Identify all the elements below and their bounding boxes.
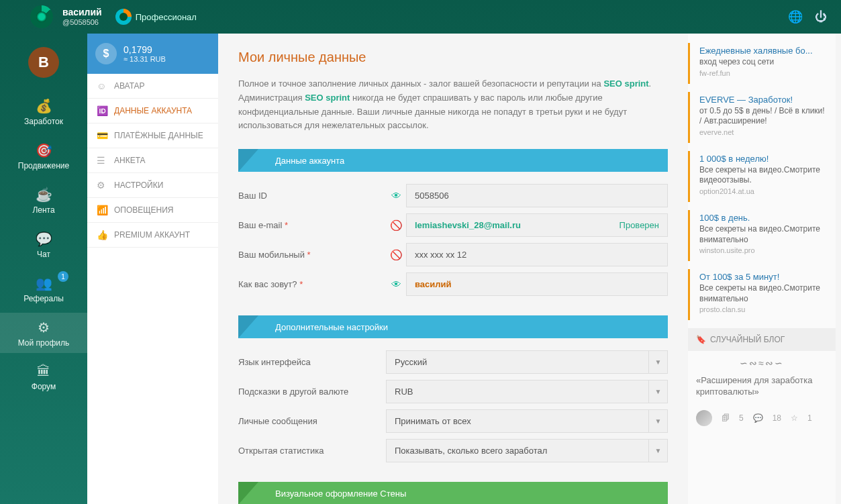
balance-main: 0,1799	[123, 44, 166, 55]
section-settings-header: Дополнительные настройки	[238, 315, 668, 338]
field-id[interactable]: 5058506	[406, 184, 668, 207]
main-panel: Мои личные данные Полное и точное заполн…	[218, 34, 688, 504]
select-stats[interactable]: Показывать, сколько всего заработал▼	[386, 439, 668, 462]
side-notifications[interactable]: 📶ОПОВЕЩЕНИЯ	[87, 198, 218, 223]
id-icon: 🆔	[97, 105, 107, 116]
settings-icon: ⚙	[97, 180, 107, 191]
label-id: Ваш ID	[238, 191, 386, 201]
nav-promo[interactable]: 🎯Продвижение	[0, 136, 87, 176]
email-status: Проверен	[620, 220, 659, 230]
nav-feed[interactable]: ☕Лента	[0, 180, 87, 220]
status-label: Профессионал	[136, 12, 197, 22]
eye-icon[interactable]: 👁	[386, 190, 406, 201]
avatar[interactable]: В	[28, 47, 59, 78]
forum-icon: 🏛	[0, 364, 87, 379]
label-email: Ваш e-mail *	[238, 220, 386, 230]
side-account-data[interactable]: 🆔ДАННЫЕ АККАУНТА	[87, 99, 218, 123]
chevron-down-icon: ▼	[648, 381, 667, 403]
blog-stats: 🗐5 💬18 ☆1	[688, 405, 836, 432]
intro-text: Полное и точное заполнение личных данных…	[238, 77, 668, 133]
balance-sub: ≈ 13.31 RUB	[123, 55, 166, 63]
row-currency: Подсказки в другой валюте RUB▼	[238, 377, 668, 407]
power-icon[interactable]: ⏻	[814, 10, 828, 23]
stat-comments-icon: 💬	[753, 413, 763, 423]
row-messages: Личные сообщения Принимать от всех▼	[238, 407, 668, 436]
field-email[interactable]: lemiashevski_28@mail.ruПроверен	[406, 213, 668, 237]
chat-icon: 💬	[0, 231, 87, 247]
eye-off-icon[interactable]: 🚫	[386, 249, 406, 261]
blog-avatar-icon[interactable]	[696, 410, 712, 426]
ad-block[interactable]: 100$ в день.Все секреты на видео.Смотрит…	[688, 210, 836, 261]
label-mobile: Ваш мобильный *	[238, 250, 386, 260]
nav-referrals[interactable]: 👥Рефералы1	[0, 268, 87, 309]
target-icon: 🎯	[0, 142, 87, 158]
label-name: Как вас зовут? *	[238, 279, 386, 289]
gear-icon: ⚙	[0, 319, 87, 336]
row-mobile: Ваш мобильный * 🚫 xxx xxx xx 12	[238, 240, 668, 270]
label-lang: Язык интерфейса	[238, 357, 386, 367]
side-settings[interactable]: ⚙НАСТРОЙКИ	[87, 173, 218, 198]
logo-icon	[30, 5, 53, 28]
dollar-icon: $	[95, 43, 117, 64]
eye-off-icon[interactable]: 🚫	[386, 219, 406, 232]
side-anketa[interactable]: ☰АНКЕТА	[87, 148, 218, 173]
nav-earn[interactable]: 💰Заработок	[0, 91, 87, 132]
nav-forum[interactable]: 🏛Форум	[0, 357, 87, 397]
blog-header: 🔖СЛУЧАЙНЫЙ БЛОГ	[688, 328, 836, 351]
side-premium[interactable]: 👍PREMIUM АККАУНТ	[87, 223, 218, 248]
nav-profile[interactable]: ⚙Мой профиль	[0, 313, 87, 353]
status-icon	[115, 9, 132, 25]
side-avatar[interactable]: ☺АВАТАР	[87, 74, 218, 99]
ad-block[interactable]: 1 000$ в неделю!Все секреты на видео.Смо…	[688, 151, 836, 202]
top-bar: василий @5058506 Профессионал 🌐 ⏻	[0, 0, 841, 34]
card-icon: 💳	[97, 130, 107, 141]
row-email: Ваш e-mail * 🚫 lemiashevski_28@mail.ruПр…	[238, 211, 668, 240]
select-messages[interactable]: Принимать от всех▼	[386, 409, 668, 433]
top-userid: @5058506	[62, 18, 102, 27]
label-currency: Подсказки в другой валюте	[238, 387, 386, 397]
row-lang: Язык интерфейса Русский▼	[238, 348, 668, 377]
nav-chat[interactable]: 💬Чат	[0, 224, 87, 264]
ad-block[interactable]: От 100$ за 5 минут!Все секреты на видео.…	[688, 269, 836, 320]
select-currency[interactable]: RUB▼	[386, 380, 668, 403]
section-account-header: Данные аккаунта	[238, 149, 668, 172]
row-id: Ваш ID 👁 5058506	[238, 181, 668, 211]
side-menu: $ 0,1799 ≈ 13.31 RUB ☺АВАТАР 🆔ДАННЫЕ АКК…	[87, 34, 218, 504]
top-username: василий	[62, 7, 102, 18]
users-icon: 👥	[0, 275, 87, 291]
chevron-down-icon: ▼	[648, 410, 667, 432]
chevron-down-icon: ▼	[648, 440, 667, 462]
bookmark-icon: 🔖	[696, 335, 706, 344]
side-payment-data[interactable]: 💳ПЛАТЁЖНЫЕ ДАННЫЕ	[87, 123, 218, 148]
divider-icon: ∽∾≈∾∽	[688, 351, 836, 375]
top-user-block: василий @5058506	[62, 7, 102, 27]
row-name: Как вас зовут? * 👁 василий	[238, 270, 668, 299]
balance-box[interactable]: $ 0,1799 ≈ 13.31 RUB	[87, 34, 218, 74]
eye-icon[interactable]: 👁	[386, 279, 406, 290]
stat-star-icon: ☆	[791, 413, 798, 423]
blog-text[interactable]: «Расширения для заработка криптовалюты»	[688, 375, 836, 405]
row-stats: Открытая статистика Показывать, сколько …	[238, 436, 668, 466]
globe-icon[interactable]: 🌐	[789, 10, 802, 23]
status-pill: Профессионал	[115, 9, 197, 25]
label-stats: Открытая статистика	[238, 446, 386, 456]
ad-block[interactable]: Ежедневные халявные бо...вход через соц …	[688, 43, 836, 84]
right-column: Ежедневные халявные бо...вход через соц …	[688, 34, 836, 504]
section-wall-header[interactable]: Визуальное оформление Стены	[238, 482, 668, 504]
chevron-down-icon: ▼	[648, 351, 667, 373]
field-mobile[interactable]: xxx xxx xx 12	[406, 243, 668, 266]
label-messages: Личные сообщения	[238, 416, 386, 426]
page-title: Мои личные данные	[238, 50, 668, 65]
field-name[interactable]: василий	[406, 272, 668, 296]
person-icon: ☺	[97, 81, 107, 91]
stat-files-icon: 🗐	[722, 413, 730, 423]
wifi-icon: 📶	[97, 205, 107, 215]
referral-badge: 1	[58, 271, 68, 282]
moneybag-icon: 💰	[0, 98, 87, 114]
list-icon: ☰	[97, 155, 107, 166]
thumbs-up-icon: 👍	[97, 230, 107, 240]
select-lang[interactable]: Русский▼	[386, 350, 668, 374]
ad-block[interactable]: EVERVE — Заработок!от 0.5 до 5$ в день! …	[688, 92, 836, 143]
cup-icon: ☕	[0, 187, 87, 203]
left-nav: В 💰Заработок 🎯Продвижение ☕Лента 💬Чат 👥Р…	[0, 34, 87, 504]
